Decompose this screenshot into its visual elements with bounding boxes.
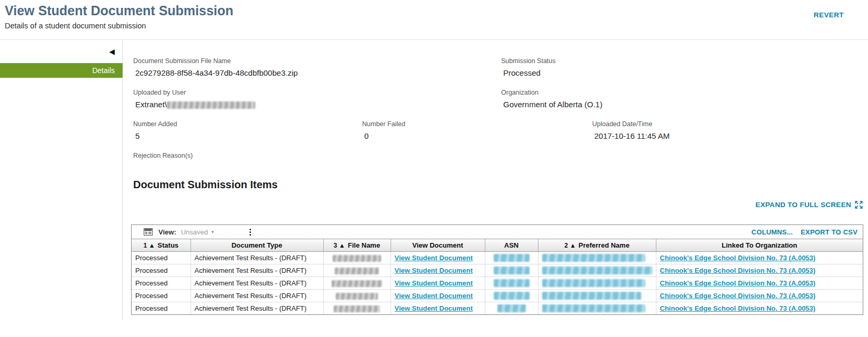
- field-label: Number Added: [133, 120, 177, 128]
- preferred-name-cell: [538, 302, 656, 314]
- column-header-status[interactable]: 1 ▲Status: [132, 239, 191, 251]
- field-number-failed: Number Failed 0: [362, 120, 405, 140]
- revert-button[interactable]: REVERT: [814, 11, 844, 19]
- view-dropdown[interactable]: Unsaved: [181, 228, 208, 236]
- field-label: Rejection Reason(s): [133, 152, 193, 159]
- column-label: ASN: [504, 241, 518, 249]
- redacted-preferred-name-link[interactable]: [542, 254, 645, 262]
- grid-view-icon[interactable]: [144, 228, 153, 236]
- column-header-preferred-name[interactable]: 2 ▲Preferred Name: [538, 239, 656, 251]
- field-value: 2017-10-16 11:45 AM: [592, 131, 670, 140]
- sort-indicator: 2 ▲: [564, 242, 576, 249]
- view-student-document-link[interactable]: View Student Document: [395, 279, 473, 287]
- linked-organization-link[interactable]: Chinook's Edge School Division No. 73 (A…: [660, 292, 816, 300]
- export-to-csv-button[interactable]: EXPORT TO CSV: [801, 228, 857, 236]
- linked-organization-link[interactable]: Chinook's Edge School Division No. 73 (A…: [660, 254, 816, 262]
- linked-organization-link[interactable]: Chinook's Edge School Division No. 73 (A…: [660, 267, 816, 274]
- redacted-preferred-name-link[interactable]: [542, 304, 645, 312]
- status-cell: Processed: [132, 289, 191, 302]
- columns-button[interactable]: COLUMNS...: [752, 228, 793, 236]
- sidebar-collapse-icon[interactable]: ◀: [109, 48, 115, 55]
- redacted-asn-link[interactable]: [494, 292, 530, 300]
- field-rejection-reasons: Rejection Reason(s): [133, 152, 193, 172]
- linked-organization-link[interactable]: Chinook's Edge School Division No. 73 (A…: [660, 279, 816, 287]
- document-submission-items-grid: View: Unsaved ▼ COLUMNS... EXPORT TO CSV…: [131, 224, 863, 315]
- asn-cell: [485, 289, 538, 302]
- linked-org-cell: Chinook's Edge School Division No. 73 (A…: [656, 277, 863, 289]
- column-label: Preferred Name: [578, 241, 630, 249]
- expand-to-full-screen-button[interactable]: EXPAND TO FULL SCREEN: [755, 200, 863, 209]
- sidebar: ◀ Details: [0, 40, 123, 321]
- preferred-name-cell: [538, 289, 656, 302]
- view-document-cell: View Student Document: [391, 302, 485, 314]
- asn-cell: [485, 264, 538, 277]
- grid-toolbar: View: Unsaved ▼ COLUMNS... EXPORT TO CSV: [132, 225, 863, 239]
- sort-indicator: 3 ▲: [334, 242, 345, 249]
- items-section-heading: Document Submission Items: [133, 179, 278, 191]
- field-number-added: Number Added 5: [133, 120, 177, 140]
- field-uploaded-by: Uploaded by User Extranet\: [133, 89, 255, 109]
- table-row: Processed Achievement Test Results - (DR…: [132, 289, 863, 302]
- view-student-document-link[interactable]: View Student Document: [395, 267, 473, 274]
- column-label: File Name: [348, 241, 380, 249]
- redacted-file-name: [334, 305, 380, 312]
- page-header: View Student Document Submission Details…: [0, 0, 868, 40]
- table-row: Processed Achievement Test Results - (DR…: [132, 302, 863, 314]
- redacted-preferred-name-link[interactable]: [542, 267, 653, 274]
- field-value: Government of Alberta (O.1): [501, 100, 602, 109]
- linked-org-cell: Chinook's Edge School Division No. 73 (A…: [656, 264, 863, 277]
- field-value: 5: [133, 131, 177, 140]
- column-header-document-type[interactable]: Document Type: [191, 239, 323, 251]
- status-cell: Processed: [132, 251, 191, 264]
- field-label: Document Submission File Name: [133, 57, 298, 65]
- table-row: Processed Achievement Test Results - (DR…: [132, 277, 863, 289]
- redacted-preferred-name-link[interactable]: [542, 292, 641, 300]
- file-name-cell: [323, 302, 391, 314]
- page-subtitle: Details of a student document submission: [5, 22, 146, 30]
- field-label: Uploaded Date/Time: [592, 120, 670, 128]
- asn-cell: [485, 251, 538, 264]
- linked-organization-link[interactable]: Chinook's Edge School Division No. 73 (A…: [660, 304, 816, 312]
- redacted-asn-link[interactable]: [494, 267, 530, 274]
- column-label: Document Type: [232, 241, 283, 249]
- redacted-asn-link[interactable]: [494, 279, 530, 287]
- column-label: Status: [157, 241, 178, 249]
- field-label: Submission Status: [501, 57, 556, 65]
- expand-fullscreen-icon: [854, 200, 863, 209]
- uploaded-by-prefix: Extranet\: [135, 100, 167, 109]
- view-student-document-link[interactable]: View Student Document: [395, 292, 473, 300]
- column-header-linked-to-organization[interactable]: Linked To Organization: [656, 239, 863, 251]
- expand-label: EXPAND TO FULL SCREEN: [755, 201, 851, 209]
- linked-org-cell: Chinook's Edge School Division No. 73 (A…: [656, 302, 863, 314]
- file-name-cell: [323, 251, 391, 264]
- field-label: Uploaded by User: [133, 89, 255, 96]
- field-file-name: Document Submission File Name 2c9279288-…: [133, 57, 298, 77]
- grid-menu-kebab-icon[interactable]: [247, 228, 253, 237]
- redacted-file-name: [333, 255, 381, 262]
- redacted-preferred-name-link[interactable]: [542, 279, 645, 287]
- status-cell: Processed: [132, 302, 191, 314]
- view-student-document-link[interactable]: View Student Document: [395, 254, 473, 262]
- redacted-asn-link[interactable]: [497, 304, 526, 312]
- preferred-name-cell: [538, 277, 656, 289]
- view-document-cell: View Student Document: [391, 251, 485, 264]
- redacted-asn-link[interactable]: [494, 254, 530, 262]
- view-label: View:: [158, 228, 176, 236]
- column-header-asn[interactable]: ASN: [485, 239, 538, 251]
- field-value: 0: [362, 131, 405, 140]
- field-value: Extranet\: [133, 100, 255, 109]
- document-type-cell: Achievement Test Results - (DRAFT): [191, 264, 323, 277]
- sort-indicator: 1 ▲: [143, 242, 155, 249]
- view-document-cell: View Student Document: [391, 264, 485, 277]
- preferred-name-cell: [538, 251, 656, 264]
- view-student-document-link[interactable]: View Student Document: [395, 304, 473, 312]
- column-header-view-document[interactable]: View Document: [391, 239, 485, 251]
- field-value: [133, 163, 193, 172]
- status-cell: Processed: [132, 277, 191, 289]
- view-document-cell: View Student Document: [391, 277, 485, 289]
- column-header-file-name[interactable]: 3 ▲File Name: [323, 239, 391, 251]
- chevron-down-icon[interactable]: ▼: [211, 230, 215, 234]
- redacted-file-name: [336, 293, 378, 300]
- asn-cell: [485, 277, 538, 289]
- sidebar-item-details[interactable]: Details: [0, 63, 123, 78]
